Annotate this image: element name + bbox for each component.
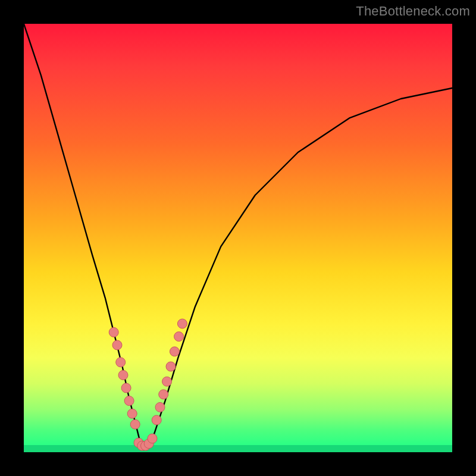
data-dot xyxy=(170,347,179,356)
data-dot xyxy=(166,362,176,371)
data-dots xyxy=(109,319,187,450)
bottleneck-curve xyxy=(24,24,452,448)
data-dot xyxy=(116,358,126,367)
watermark-text: TheBottleneck.com xyxy=(356,4,470,19)
data-dot xyxy=(162,377,172,386)
data-dot xyxy=(152,415,161,425)
data-dot xyxy=(121,383,131,393)
data-dot xyxy=(155,402,165,412)
data-dot xyxy=(112,340,122,350)
data-dot xyxy=(159,390,168,399)
data-dot xyxy=(118,370,128,380)
data-dot xyxy=(148,434,157,443)
data-dot xyxy=(124,396,134,406)
data-dot xyxy=(174,332,184,342)
data-dot xyxy=(109,327,118,337)
data-dot xyxy=(127,409,137,418)
data-dot xyxy=(177,319,187,328)
plot-frame xyxy=(24,24,452,452)
data-dot xyxy=(130,419,140,429)
curve-layer xyxy=(24,24,452,452)
